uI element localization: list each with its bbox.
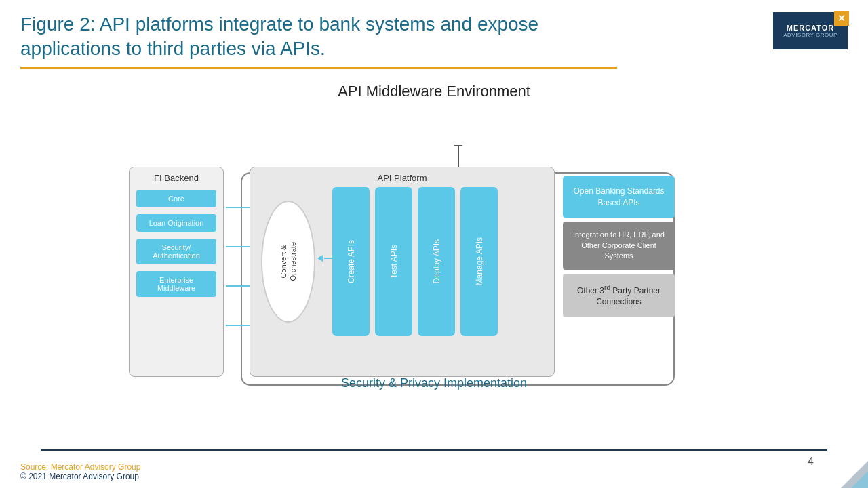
footer-copyright: © 2021 Mercator Advisory Group — [20, 472, 140, 481]
arrow-line-4 — [226, 325, 250, 326]
api-col-test: Test APIs — [375, 187, 412, 336]
arrow-line-1 — [226, 207, 250, 208]
api-col-create: Create APIs — [332, 187, 370, 336]
api-columns: Create APIs Test APIs Deploy APIs Manage… — [332, 187, 498, 336]
logo-line1: Mercator — [787, 24, 835, 32]
fi-item-core: Core — [136, 190, 216, 207]
fi-backend-items: Core Loan Origination Security/ Authenti… — [130, 190, 223, 297]
footer: Source: Mercator Advisory Group © 2021 M… — [20, 462, 140, 481]
convert-orchestrate-ellipse: Convert &Orchestrate — [261, 201, 315, 323]
security-label: Security & Privacy Implementation — [129, 376, 739, 390]
fi-item-security: Security/ Authentication — [136, 239, 216, 264]
fi-backend-label: FI Backend — [130, 167, 223, 190]
api-col-manage: Manage APIs — [460, 187, 498, 336]
da-left — [317, 255, 323, 262]
logo: Mercator Advisory Group ✕ — [773, 12, 848, 49]
api-col-manage-text: Manage APIs — [475, 237, 484, 285]
page-title: Figure 2: API platforms integrate to ban… — [20, 12, 631, 62]
api-col-test-text: Test APIs — [389, 245, 399, 279]
middleware-label: API Middleware Environment — [129, 83, 739, 100]
api-col-deploy: Deploy APIs — [418, 187, 455, 336]
right-boxes: Open Banking Standards Based APIs Integr… — [563, 167, 675, 317]
arrow-line-2 — [226, 246, 250, 247]
diagram-area: API Middleware Environment FI Backend Co… — [129, 83, 739, 384]
api-col-deploy-text: Deploy APIs — [432, 239, 441, 283]
content-wrapper: FI Backend Core Loan Origination Securit… — [129, 126, 739, 384]
page-number: 4 — [808, 455, 814, 468]
fi-backend-box: FI Backend Core Loan Origination Securit… — [129, 167, 224, 377]
right-box-integration: Integration to HR, ERP, and Other Corpor… — [563, 222, 675, 269]
api-col-create-text: Create APIs — [347, 240, 356, 283]
convert-text: Convert &Orchestrate — [279, 242, 298, 281]
fi-item-enterprise: Enterprise Middleware — [136, 271, 216, 297]
fi-item-loan: Loan Origination — [136, 214, 216, 232]
footer-source: Source: Mercator Advisory Group — [20, 462, 140, 472]
right-box-open-banking: Open Banking Standards Based APIs — [563, 176, 675, 218]
header-rule — [20, 67, 617, 69]
api-platform-label: API Platform — [250, 167, 554, 188]
connector-tick — [454, 145, 462, 146]
arrow-line-3 — [226, 285, 250, 287]
bottom-rule — [41, 449, 827, 451]
logo-corner-decoration — [814, 454, 868, 488]
logo-line2: Advisory Group — [783, 32, 837, 38]
logo-x: ✕ — [834, 11, 849, 26]
header: Figure 2: API platforms integrate to ban… — [0, 0, 868, 62]
right-box-third-party: Other 3rd Party Partner Connections — [563, 274, 675, 318]
